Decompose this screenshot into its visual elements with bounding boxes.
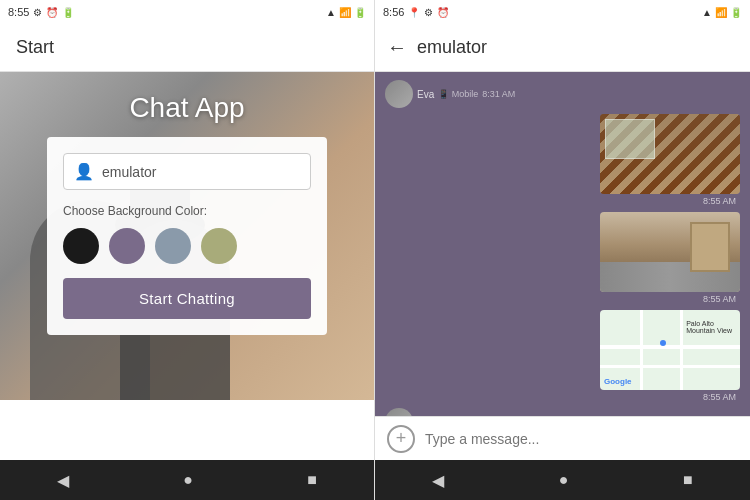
map-image: Google Palo AltoMountain View bbox=[600, 310, 740, 390]
map-road-v1 bbox=[640, 310, 643, 390]
chat-screen-title: emulator bbox=[417, 37, 487, 58]
room-image bbox=[600, 212, 740, 292]
map-timestamp: 8:55 AM bbox=[600, 392, 740, 402]
start-chatting-button[interactable]: Start Chatting bbox=[63, 278, 311, 319]
color-swatch-olive[interactable] bbox=[201, 228, 237, 264]
sender-avatar-redcup bbox=[385, 408, 413, 416]
right-phone: 8:56 📍 ⚙ ⏰ ▲ 📶 🔋 ← emulator Eva 📱 Mobile… bbox=[375, 0, 750, 500]
settings-icon: ⚙ bbox=[33, 7, 42, 18]
chat-hero: Chat App 👤 Choose Background Color: Star… bbox=[0, 72, 374, 460]
google-label: Google bbox=[604, 377, 632, 386]
location-icon: 📍 bbox=[408, 7, 420, 18]
color-swatch-purple[interactable] bbox=[109, 228, 145, 264]
map-road-v2 bbox=[680, 310, 683, 390]
map-road-h1 bbox=[600, 345, 740, 349]
left-status-time-group: 8:55 ⚙ ⏰ 🔋 bbox=[8, 6, 74, 18]
chat-message-list: Eva 📱 Mobile 8:31 AM 8:55 AM bbox=[375, 72, 750, 416]
message-image-chess bbox=[600, 114, 740, 194]
sender-info-top: Eva 📱 Mobile 8:31 AM bbox=[385, 80, 515, 108]
message-row-chess: 8:55 AM bbox=[385, 114, 740, 206]
right-nav-bar: ◀ ● ■ bbox=[375, 460, 750, 500]
chess-image bbox=[600, 114, 740, 194]
room-timestamp: 8:55 AM bbox=[600, 294, 740, 304]
sender-info-redcup: Eva 📱 Mobile 8:55 AM bbox=[385, 408, 515, 416]
palo-alto-label: Palo AltoMountain View bbox=[686, 320, 732, 334]
sender-platform-top: 📱 Mobile bbox=[438, 89, 478, 99]
map-road-h2 bbox=[600, 365, 740, 368]
message-bubble-room: 8:55 AM bbox=[600, 212, 740, 304]
add-icon: + bbox=[396, 428, 407, 449]
message-bubble-chess: 8:55 AM bbox=[600, 114, 740, 206]
color-label: Choose Background Color: bbox=[63, 204, 311, 218]
message-input-bar: + bbox=[375, 416, 750, 460]
signal-icon-right: 📶 bbox=[715, 7, 727, 18]
back-arrow-icon[interactable]: ← bbox=[387, 36, 407, 59]
message-row-redcup: Eva 📱 Mobile 8:55 AM bbox=[385, 408, 740, 416]
username-input[interactable] bbox=[102, 164, 300, 180]
back-nav-icon-right[interactable]: ◀ bbox=[432, 471, 444, 490]
message-row-sender-top: Eva 📱 Mobile 8:31 AM bbox=[385, 80, 740, 108]
chat-app-title: Chat App bbox=[0, 92, 374, 124]
left-time: 8:55 bbox=[8, 6, 29, 18]
back-nav-icon-left[interactable]: ◀ bbox=[57, 471, 69, 490]
login-form-card: 👤 Choose Background Color: Start Chattin… bbox=[47, 137, 327, 335]
battery-icon-right: 🔋 bbox=[730, 7, 742, 18]
color-swatch-black[interactable] bbox=[63, 228, 99, 264]
message-row-map: Google Palo AltoMountain View 8:55 AM bbox=[385, 310, 740, 402]
right-app-bar: ← emulator bbox=[375, 24, 750, 72]
right-status-time-group: 8:56 📍 ⚙ ⏰ bbox=[383, 6, 449, 18]
alarm-icon-right: ⏰ bbox=[437, 7, 449, 18]
left-app-bar: Start bbox=[0, 24, 374, 72]
left-phone: 8:55 ⚙ ⏰ 🔋 ▲ 📶 🔋 Start Chat App 👤 bbox=[0, 0, 375, 500]
map-location-dot bbox=[660, 340, 666, 346]
message-input[interactable] bbox=[425, 431, 738, 447]
add-attachment-button[interactable]: + bbox=[387, 425, 415, 453]
wifi-icon-right: ▲ bbox=[702, 7, 712, 18]
sender-avatar-top bbox=[385, 80, 413, 108]
settings-icon-right: ⚙ bbox=[424, 7, 433, 18]
battery-full-icon-left: 🔋 bbox=[354, 7, 366, 18]
chess-timestamp: 8:55 AM bbox=[600, 196, 740, 206]
color-swatch-blue[interactable] bbox=[155, 228, 191, 264]
right-time: 8:56 bbox=[383, 6, 404, 18]
left-app-title: Start bbox=[16, 37, 54, 58]
message-image-map: Google Palo AltoMountain View bbox=[600, 310, 740, 390]
alarm-icon: ⏰ bbox=[46, 7, 58, 18]
signal-icon-left: 📶 bbox=[339, 7, 351, 18]
color-swatches bbox=[63, 228, 311, 264]
sender-name-top: Eva bbox=[417, 89, 434, 100]
user-icon: 👤 bbox=[74, 162, 94, 181]
recent-nav-icon-right[interactable]: ■ bbox=[683, 471, 693, 489]
home-nav-icon-right[interactable]: ● bbox=[559, 471, 569, 489]
left-status-right: ▲ 📶 🔋 bbox=[326, 7, 366, 18]
username-input-row[interactable]: 👤 bbox=[63, 153, 311, 190]
home-nav-icon-left[interactable]: ● bbox=[183, 471, 193, 489]
recent-nav-icon-left[interactable]: ■ bbox=[307, 471, 317, 489]
chess-window bbox=[605, 119, 655, 159]
message-image-room bbox=[600, 212, 740, 292]
right-status-right: ▲ 📶 🔋 bbox=[702, 7, 742, 18]
right-status-bar: 8:56 📍 ⚙ ⏰ ▲ 📶 🔋 bbox=[375, 0, 750, 24]
message-bubble-map: Google Palo AltoMountain View 8:55 AM bbox=[600, 310, 740, 402]
message-row-room: 8:55 AM bbox=[385, 212, 740, 304]
room-furniture bbox=[690, 222, 730, 272]
battery-icon-left: 🔋 bbox=[62, 7, 74, 18]
left-nav-bar: ◀ ● ■ bbox=[0, 460, 374, 500]
sender-time-top: 8:31 AM bbox=[482, 89, 515, 99]
left-status-bar: 8:55 ⚙ ⏰ 🔋 ▲ 📶 🔋 bbox=[0, 0, 374, 24]
wifi-icon-left: ▲ bbox=[326, 7, 336, 18]
